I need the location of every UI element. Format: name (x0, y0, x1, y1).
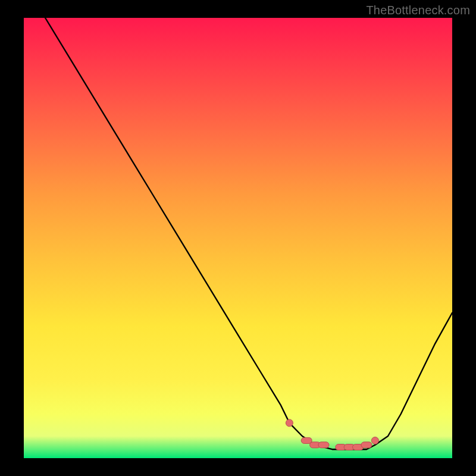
highlight-markers (286, 419, 378, 450)
chart-frame: TheBottleneck.com (0, 0, 476, 476)
bottleneck-curve (45, 18, 452, 449)
marker-pill (361, 442, 372, 448)
marker-dot (371, 437, 378, 444)
curve-layer (24, 18, 452, 458)
plot-area (24, 18, 452, 458)
marker-dot (286, 419, 293, 427)
marker-pill (301, 437, 312, 443)
watermark-text: TheBottleneck.com (366, 4, 470, 17)
marker-pill (318, 442, 329, 448)
